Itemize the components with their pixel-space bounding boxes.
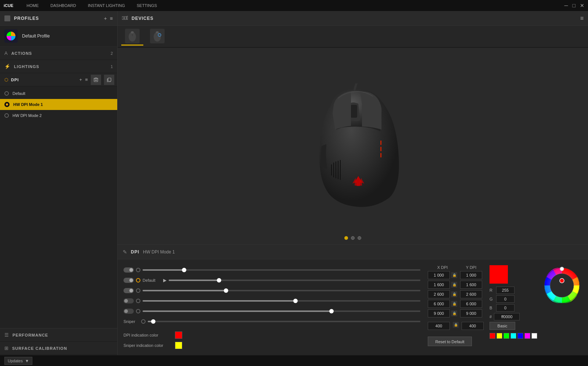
slider-radio-1[interactable] (136, 268, 140, 272)
x-dpi-input-1[interactable] (428, 271, 450, 279)
devices-menu-button[interactable]: ≡ (580, 15, 584, 22)
g-input[interactable] (496, 295, 514, 303)
updates-button[interactable]: Updates ▼ (4, 357, 32, 365)
slider-track-4[interactable] (143, 300, 420, 302)
slider-thumb-2[interactable] (217, 278, 221, 283)
palette-yellow[interactable] (496, 333, 502, 339)
dpi-indication-color-swatch[interactable] (175, 331, 182, 339)
palette-magenta[interactable] (524, 333, 530, 339)
profile-icon-inner (7, 32, 15, 40)
slider-toggle-4[interactable] (123, 298, 134, 303)
dpi-radio-default[interactable] (4, 91, 9, 96)
nav-home[interactable]: HOME (21, 0, 44, 11)
delete-dpi-button[interactable] (91, 75, 101, 85)
nav-settings[interactable]: SETTINGS (131, 0, 163, 11)
lightings-count: 1 (111, 64, 113, 69)
dpi-lock-1[interactable]: 🔒 (451, 272, 457, 278)
dpi-item-hw1[interactable]: HW DPI Mode 1 (0, 99, 117, 110)
slider-radio-3[interactable] (136, 288, 140, 293)
carousel-dot-1[interactable] (344, 236, 348, 240)
y-dpi-input-1[interactable] (460, 271, 482, 279)
section-surface-calibration[interactable]: ⊞ SURFACE CALIBRATION (0, 342, 117, 355)
slider-toggle-3[interactable] (123, 288, 134, 293)
color-left: R G B (490, 265, 537, 339)
play-button[interactable]: ▶ (163, 278, 166, 283)
slider-thumb-3[interactable] (224, 288, 228, 293)
add-dpi-button[interactable]: + (79, 77, 82, 82)
minimize-button[interactable]: ─ (564, 3, 568, 8)
sniper-dpi-lock[interactable]: 🔒 (453, 322, 459, 328)
b-input[interactable] (496, 304, 514, 312)
color-swatch[interactable] (490, 265, 508, 284)
sniper-track[interactable] (148, 321, 420, 322)
nav-dashboard[interactable]: DASHBOARD (44, 0, 82, 11)
palette-red[interactable] (490, 333, 495, 339)
device-tab-2[interactable] (146, 27, 168, 46)
dpi-item-default[interactable]: Default (0, 88, 117, 99)
palette-cyan[interactable] (510, 333, 516, 339)
carousel-dot-2[interactable] (351, 236, 355, 240)
basic-button[interactable]: Basic (490, 322, 515, 330)
section-actions[interactable]: A ACTIONS 2 (0, 47, 117, 60)
y-dpi-input-5[interactable] (460, 309, 482, 317)
slider-track-2[interactable] (169, 280, 420, 281)
slider-toggle-1[interactable] (123, 267, 134, 273)
x-dpi-input-2[interactable] (428, 281, 450, 289)
carousel-dot-3[interactable] (358, 236, 361, 240)
slider-fill-3 (143, 290, 226, 291)
y-dpi-input-3[interactable] (460, 290, 482, 298)
slider-thumb-5[interactable] (329, 309, 334, 313)
palette-green[interactable] (503, 333, 509, 339)
y-dpi-input-4[interactable] (460, 300, 482, 308)
r-input[interactable] (496, 287, 514, 294)
slider-row-2: Default ▶ (123, 276, 420, 285)
dpi-menu-button[interactable]: ≡ (85, 77, 88, 82)
section-lightings[interactable]: ⚡ LIGHTINGS 1 (0, 60, 117, 73)
color-wheel[interactable] (542, 265, 582, 306)
slider-toggle-2[interactable] (123, 278, 134, 283)
dpi-lock-5[interactable]: 🔒 (451, 310, 457, 316)
sniper-x-dpi-input[interactable] (428, 322, 450, 330)
y-dpi-input-2[interactable] (460, 281, 482, 289)
slider-track-3[interactable] (143, 290, 420, 291)
dpi-item-hw2[interactable]: HW DPI Mode 2 (0, 110, 117, 121)
slider-track-5[interactable] (143, 310, 420, 312)
add-profile-button[interactable]: + (104, 15, 107, 21)
maximize-button[interactable]: □ (573, 3, 576, 8)
profile-item[interactable]: Default Profile (0, 26, 117, 47)
sniper-y-dpi-input[interactable] (462, 322, 484, 330)
section-performance[interactable]: ☰ PERFORMANCE (0, 328, 117, 342)
mouse-illustration (301, 83, 404, 209)
x-dpi-input-5[interactable] (428, 309, 450, 317)
palette-white[interactable] (531, 333, 537, 339)
x-dpi-input-3[interactable] (428, 290, 450, 298)
close-button[interactable]: ✕ (580, 3, 584, 8)
sniper-radio[interactable] (141, 319, 146, 324)
sniper-indication-color-swatch[interactable] (175, 342, 182, 349)
hex-input[interactable] (494, 313, 520, 320)
dpi-radio-hw2[interactable] (4, 113, 9, 118)
device-icon-2 (150, 29, 165, 43)
slider-thumb-4[interactable] (293, 299, 298, 303)
dpi-lock-2[interactable]: 🔒 (451, 282, 457, 288)
device-tab-1[interactable] (121, 27, 143, 46)
reset-to-default-button[interactable]: Reset to Default (428, 337, 472, 346)
slider-radio-2[interactable] (136, 278, 140, 283)
nav-instant-lighting[interactable]: INSTANT LIGHTING (82, 0, 131, 11)
slider-thumb-1[interactable] (182, 268, 186, 272)
profiles-menu-button[interactable]: ≡ (110, 15, 113, 21)
x-dpi-input-4[interactable] (428, 300, 450, 308)
palette-blue[interactable] (517, 333, 523, 339)
dpi-lock-4[interactable]: 🔒 (451, 301, 457, 307)
slider-toggle-5[interactable] (123, 309, 134, 314)
devices-icon (122, 15, 128, 21)
copy-dpi-button[interactable] (104, 75, 114, 85)
slider-track-1[interactable] (143, 269, 420, 271)
profiles-actions: + ≡ (104, 15, 113, 21)
dpi-radio-hw1[interactable] (4, 102, 10, 107)
sniper-thumb[interactable] (151, 319, 155, 324)
slider-radio-5[interactable] (136, 309, 140, 313)
slider-radio-4[interactable] (136, 299, 140, 303)
indication-section: DPI indication color Sniper indication c… (123, 331, 420, 349)
dpi-lock-3[interactable]: 🔒 (451, 291, 457, 297)
